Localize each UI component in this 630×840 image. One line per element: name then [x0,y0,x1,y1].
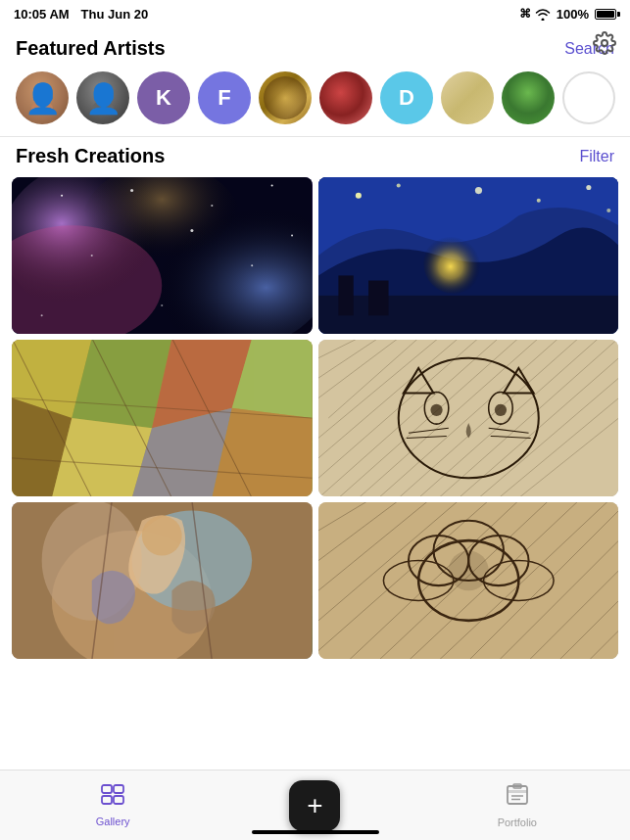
home-indicator [252,830,379,834]
artist-avatar[interactable] [502,71,555,124]
gallery-grid [0,171,630,665]
svg-point-33 [606,209,610,212]
artist-letter: F [218,85,230,111]
svg-point-18 [211,205,213,207]
gallery-icon [101,784,124,812]
wifi-icon: ⌘ [519,7,550,21]
svg-point-31 [536,199,540,203]
svg-rect-36 [368,281,388,316]
artists-strip: K F D [0,68,630,136]
status-indicators: ⌘ 100% [519,7,616,22]
svg-point-2 [31,101,53,115]
artwork-nebula[interactable] [12,177,313,334]
svg-point-20 [91,255,93,257]
battery-icon [595,9,616,20]
artist-avatar[interactable]: D [380,71,433,124]
artist-letter: K [156,85,171,111]
artist-letter: D [399,85,414,111]
svg-point-85 [142,516,182,556]
svg-point-25 [161,304,163,306]
status-time-date: 10:05 AM Thu Jun 20 [14,7,148,22]
svg-rect-34 [318,296,619,334]
svg-rect-113 [114,796,123,804]
svg-point-4 [44,92,47,95]
artist-avatar[interactable]: K [137,71,190,124]
svg-rect-110 [102,785,112,793]
svg-point-3 [38,92,41,95]
svg-point-74 [494,404,506,416]
svg-point-6 [92,101,114,115]
svg-point-21 [190,229,193,232]
artwork-picasso[interactable] [12,502,313,659]
svg-point-29 [396,183,400,187]
svg-point-30 [474,187,481,194]
battery-percent: 100% [557,7,589,22]
featured-artists-title: Featured Artists [16,37,166,60]
create-fab[interactable]: + [289,780,340,831]
svg-rect-111 [114,785,123,793]
svg-point-73 [430,404,442,416]
svg-rect-10 [264,76,307,119]
svg-point-22 [251,264,253,266]
svg-point-23 [41,314,43,316]
settings-button[interactable] [593,31,616,61]
svg-point-7 [99,92,102,95]
svg-point-24 [291,235,293,237]
artwork-sketch-cat[interactable] [318,340,619,496]
artwork-starry-night[interactable] [318,177,619,334]
artist-avatar-add[interactable] [562,71,615,124]
status-bar: 10:05 AM Thu Jun 20 ⌘ 100% [0,0,630,27]
svg-rect-115 [508,790,527,793]
svg-point-109 [448,550,488,590]
svg-point-27 [423,234,483,294]
tab-gallery[interactable]: Gallery [64,784,162,827]
artist-avatar[interactable] [259,71,312,124]
artwork-cubist[interactable] [12,340,313,496]
svg-point-17 [130,189,133,192]
tab-portfolio-label: Portfolio [498,817,537,828]
filter-button[interactable]: Filter [579,148,614,165]
artist-avatar[interactable] [16,71,69,124]
svg-point-32 [586,185,591,190]
svg-point-8 [105,92,108,95]
svg-point-16 [61,195,63,197]
tab-gallery-label: Gallery [96,816,130,827]
featured-artists-header: Featured Artists Search [0,27,630,68]
fresh-creations-header: Fresh Creations Filter [0,137,630,171]
artist-avatar[interactable] [76,71,129,124]
svg-point-5 [96,87,110,101]
tab-portfolio[interactable]: Portfolio [468,783,566,828]
portfolio-icon [507,783,528,813]
fab-plus-icon: + [307,792,322,819]
svg-point-28 [355,193,361,199]
svg-rect-112 [102,796,112,804]
artist-avatar[interactable]: F [198,71,251,124]
status-time: 10:05 AM [14,7,70,22]
artist-avatar[interactable] [319,71,372,124]
svg-point-1 [35,87,49,101]
fresh-creations-title: Fresh Creations [16,145,165,167]
artist-avatar[interactable] [441,71,494,124]
svg-rect-35 [338,275,353,315]
status-date: Thu Jun 20 [81,7,149,22]
artwork-sketch2[interactable] [318,502,619,659]
svg-point-19 [271,184,273,186]
svg-point-0 [602,40,607,46]
